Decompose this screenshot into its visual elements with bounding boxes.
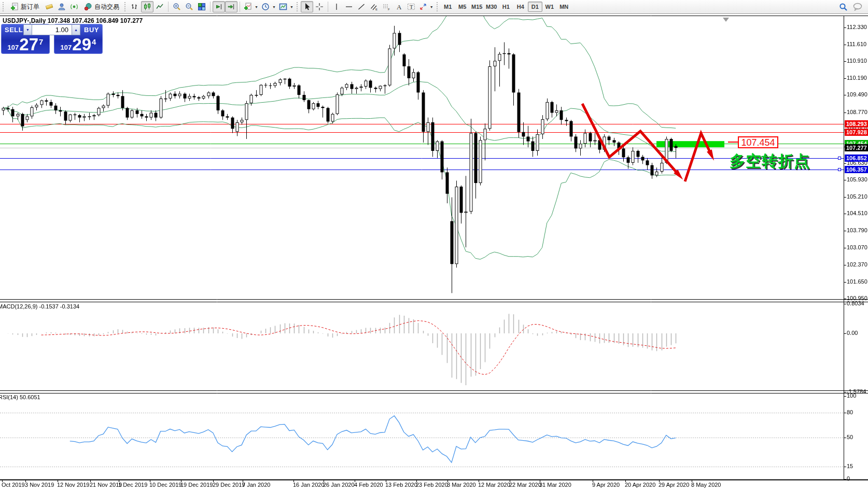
- new-order-icon: [10, 3, 19, 11]
- toolbar-separator: [328, 2, 328, 12]
- ask-pip-fraction: 4: [92, 38, 96, 46]
- toolbar-gripper[interactable]: [297, 2, 299, 11]
- chat-icon[interactable]: [853, 3, 863, 11]
- new-order-button[interactable]: 新订单: [7, 1, 43, 12]
- profile-button[interactable]: [55, 1, 68, 12]
- line-chart-button[interactable]: [153, 1, 166, 12]
- rsi-tick-label: 50: [847, 434, 853, 440]
- date-tick-label: Oct 2019: [2, 482, 25, 488]
- ask-prefix: 107: [61, 44, 72, 51]
- timeframe-m30-button[interactable]: M30: [484, 2, 499, 12]
- timeframe-m5-button[interactable]: M5: [455, 2, 470, 12]
- chevron-down-icon: ▼: [272, 5, 276, 9]
- lot-size-control: ▼ ▲: [23, 24, 80, 35]
- equidistant-channel-button[interactable]: E: [368, 1, 380, 12]
- macd-indicator-label: MACD(12,26,9) -0.1537 -0.3134: [0, 303, 79, 310]
- text-label-icon: T: [407, 3, 415, 11]
- date-tick-label: 12 Mar 2020: [478, 482, 510, 488]
- toolbar-gripper[interactable]: [124, 2, 127, 11]
- timeframe-h4-button[interactable]: H4: [513, 2, 528, 12]
- periods-button[interactable]: ▼: [260, 1, 277, 12]
- svg-text:T: T: [410, 4, 413, 10]
- timeframe-m15-button[interactable]: M15: [470, 2, 484, 12]
- autotrading-button[interactable]: 自动交易: [80, 1, 123, 12]
- date-tick-label: 3 Nov 2019: [25, 482, 54, 488]
- autotrading-label: 自动交易: [94, 3, 119, 11]
- date-tick-label: 29 Dec 2019: [213, 482, 245, 488]
- cursor-button[interactable]: [301, 1, 313, 12]
- one-click-trading-panel: SELL 107 27 7 BUY 107 29 4 ▼ ▲: [1, 24, 103, 54]
- chevron-down-icon: ▼: [290, 5, 293, 9]
- new-order-label: 新订单: [21, 3, 39, 11]
- ask-big-figure: 29: [72, 36, 91, 53]
- tile-windows-icon: [198, 3, 206, 11]
- fibonacci-button[interactable]: F: [380, 1, 393, 12]
- mt4-terminal-window: 新订单 自动交易: [0, 0, 868, 492]
- equidistant-channel-icon: E: [370, 3, 378, 11]
- date-tick-label: 10 Dec 2019: [149, 482, 181, 488]
- date-tick-label: 19 Dec 2019: [180, 482, 213, 488]
- timeframe-h1-button[interactable]: H1: [499, 2, 513, 12]
- auto-scroll-button[interactable]: [213, 1, 225, 12]
- chevron-down-icon: ▼: [255, 5, 258, 9]
- text-label-button[interactable]: T: [405, 1, 417, 12]
- zoom-out-button[interactable]: [183, 1, 195, 12]
- toolbar-gripper[interactable]: [3, 2, 5, 11]
- auto-scroll-icon: [215, 3, 223, 11]
- lot-increase-button[interactable]: ▲: [72, 24, 80, 35]
- price-line-label: 107.928: [845, 129, 868, 136]
- date-tick-label: 13 Feb 2020: [385, 482, 417, 488]
- price-tick-label: 112.330: [847, 24, 867, 30]
- chart-title: USDJPY-,Daily 107.348 107.426 106.849 10…: [3, 17, 143, 24]
- text-button[interactable]: A: [393, 1, 405, 12]
- svg-text:F: F: [388, 8, 390, 11]
- price-line-label: 107.277: [845, 144, 868, 151]
- macd-tick-label: 0.00: [847, 330, 858, 336]
- chevron-down-icon: ▼: [430, 5, 433, 9]
- indicators-button[interactable]: ▼: [242, 1, 260, 12]
- zoom-in-button[interactable]: [171, 1, 183, 12]
- trendline-button[interactable]: [355, 1, 368, 12]
- date-tick-label: 22 Mar 2020: [509, 482, 541, 488]
- timeframe-w1-button[interactable]: W1: [542, 2, 557, 12]
- signals-icon: [70, 3, 78, 11]
- signals-button[interactable]: [68, 1, 80, 12]
- timeframe-mn-button[interactable]: MN: [557, 2, 571, 12]
- lot-input[interactable]: [32, 24, 72, 35]
- price-tick-label: 105.210: [847, 193, 867, 200]
- tile-windows-button[interactable]: [195, 1, 208, 12]
- rsi-tick-label: 80: [847, 409, 853, 415]
- search-icon[interactable]: [839, 3, 848, 11]
- price-line-label: 108.293: [845, 120, 868, 128]
- arrows-button[interactable]: ▼: [417, 1, 435, 12]
- date-tick-label: 4 Feb 2020: [354, 482, 383, 488]
- bid-prefix: 107: [8, 44, 19, 51]
- gold-bar-button[interactable]: [43, 1, 55, 12]
- svg-text:E: E: [375, 8, 377, 11]
- candlestick-chart-button[interactable]: [141, 1, 153, 12]
- crosshair-button[interactable]: [313, 1, 326, 12]
- vertical-line-button[interactable]: [330, 1, 343, 12]
- date-tick-label: 3 Mar 2020: [447, 482, 476, 488]
- toolbar-gripper[interactable]: [437, 2, 439, 11]
- bar-chart-button[interactable]: [129, 1, 141, 12]
- date-tick-label: 20 Apr 2020: [625, 482, 655, 488]
- chart-canvas[interactable]: [0, 0, 868, 492]
- timeframe-m1-button[interactable]: M1: [441, 2, 455, 12]
- timeframe-d1-button[interactable]: D1: [528, 2, 542, 12]
- date-tick-label: 26 Jan 2020: [323, 482, 355, 488]
- chart-shift-button[interactable]: [225, 1, 237, 12]
- price-tick-label: 103.790: [847, 227, 867, 233]
- toolbar-separator: [210, 2, 211, 12]
- horizontal-line-button[interactable]: [343, 1, 355, 12]
- date-tick-label: 9 Apr 2020: [592, 482, 620, 488]
- rsi-indicator-label: RSI(14) 50.6051: [0, 394, 40, 400]
- sell-label: SELL: [5, 26, 23, 34]
- rsi-tick-label: 15: [847, 463, 853, 469]
- vertical-line-icon: [332, 3, 341, 11]
- price-tick-label: 102.370: [847, 261, 867, 268]
- lot-decrease-button[interactable]: ▼: [23, 24, 32, 35]
- rsi-tick-label: 100: [847, 392, 856, 399]
- date-tick-label: 7 Jan 2020: [242, 482, 270, 488]
- templates-button[interactable]: ▼: [277, 1, 295, 12]
